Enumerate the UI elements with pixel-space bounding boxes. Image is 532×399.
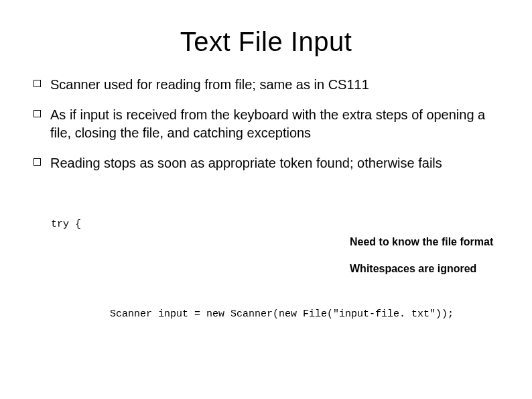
bullet-text: As if input is received from the keyboar… — [50, 106, 498, 142]
annotation-block: Need to know the file format Whitespaces… — [350, 236, 524, 290]
square-bullet-icon — [34, 80, 41, 87]
annotation-text: Whitespaces are ignored — [350, 263, 524, 275]
code-block: try { Scanner input = new Scanner(new Fi… — [51, 184, 498, 399]
code-line: Scanner input = new Scanner(new File("in… — [51, 306, 498, 323]
square-bullet-icon — [34, 110, 41, 117]
annotation-text: Need to know the file format — [350, 236, 524, 248]
bullet-item: Scanner used for reading from file; same… — [34, 76, 498, 94]
square-bullet-icon — [34, 158, 41, 166]
bullet-item: Reading stops as soon as appropriate tok… — [34, 154, 498, 172]
code-line: String word = input. next(); — [51, 396, 498, 399]
slide-content: Text File Input Scanner used for reading… — [0, 0, 532, 399]
bullet-list: Scanner used for reading from file; same… — [34, 76, 498, 172]
bullet-item: As if input is received from the keyboar… — [34, 106, 498, 142]
slide-title: Text File Input — [34, 27, 498, 57]
bullet-text: Scanner used for reading from file; same… — [50, 76, 369, 94]
code-line: try { — [51, 217, 498, 233]
bullet-text: Reading stops as soon as appropriate tok… — [50, 154, 442, 172]
